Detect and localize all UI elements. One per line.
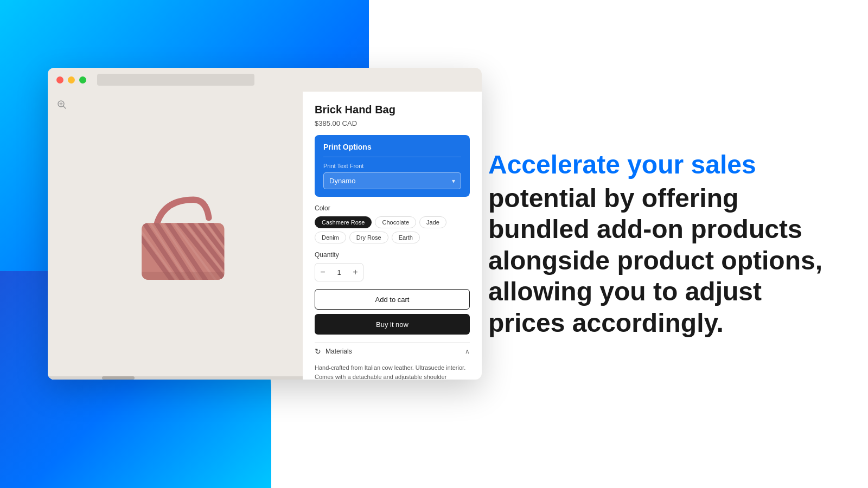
materials-chevron-icon: ∧ [465, 348, 470, 355]
product-details-panel: Brick Hand Bag $385.00 CAD Print Options… [303, 92, 482, 380]
browser-titlebar [48, 68, 482, 92]
print-options-box: Print Options Print Text Front Dynamo ▾ [315, 135, 470, 197]
handbag-illustration [110, 182, 240, 290]
materials-label: Materials [326, 348, 352, 355]
chevron-down-icon: ▾ [452, 177, 455, 185]
print-dropdown[interactable]: Dynamo ▾ [323, 172, 461, 189]
color-chip-jade[interactable]: Jade [419, 216, 446, 228]
color-chip-cashmere-rose[interactable]: Cashmere Rose [315, 216, 372, 228]
browser-dot-red[interactable] [56, 76, 63, 84]
quantity-control: − 1 + [315, 263, 363, 281]
quantity-decrease-button[interactable]: − [315, 264, 330, 281]
add-to-cart-button[interactable]: Add to cart [315, 289, 470, 310]
headline-body: potential by offering bundled add-on pro… [488, 183, 825, 339]
color-section-label: Color [315, 204, 470, 212]
print-options-divider [323, 157, 461, 157]
color-chip-dry-rose[interactable]: Dry Rose [349, 232, 388, 243]
color-options-group: Cashmere Rose Chocolate Jade Denim Dry R… [315, 216, 470, 243]
browser-dot-yellow[interactable] [68, 76, 75, 84]
product-title: Brick Hand Bag [315, 104, 470, 116]
product-image-area [48, 92, 303, 380]
headline-accent: Accelerate your sales [488, 149, 825, 181]
browser-dot-green[interactable] [79, 76, 86, 84]
product-price: $385.00 CAD [315, 119, 470, 127]
materials-icon: ↻ [315, 347, 321, 356]
materials-description: Hand-crafted from Italian cow leather. U… [315, 360, 470, 380]
scroll-indicator [48, 376, 303, 380]
zoom-icon[interactable] [55, 98, 68, 111]
quantity-increase-button[interactable]: + [348, 264, 363, 281]
browser-window: Brick Hand Bag $385.00 CAD Print Options… [48, 68, 482, 380]
svg-rect-21 [142, 272, 224, 279]
quantity-label: Quantity [315, 251, 470, 259]
right-content-area: Accelerate your sales potential by offer… [488, 149, 825, 339]
browser-content: Brick Hand Bag $385.00 CAD Print Options… [48, 92, 482, 380]
print-options-title: Print Options [323, 143, 461, 151]
quantity-value: 1 [330, 268, 348, 277]
color-chip-denim[interactable]: Denim [315, 232, 346, 243]
materials-header-left: ↻ Materials [315, 347, 352, 356]
scroll-thumb [102, 376, 135, 380]
buy-now-button[interactable]: Buy it now [315, 314, 470, 335]
browser-url-bar[interactable] [97, 74, 254, 86]
print-text-label: Print Text Front [323, 163, 461, 169]
print-dropdown-value: Dynamo [329, 177, 355, 185]
materials-accordion-header[interactable]: ↻ Materials ∧ [315, 342, 470, 360]
svg-line-1 [63, 106, 66, 109]
color-chip-chocolate[interactable]: Chocolate [375, 216, 416, 228]
color-chip-earth[interactable]: Earth [392, 232, 420, 243]
